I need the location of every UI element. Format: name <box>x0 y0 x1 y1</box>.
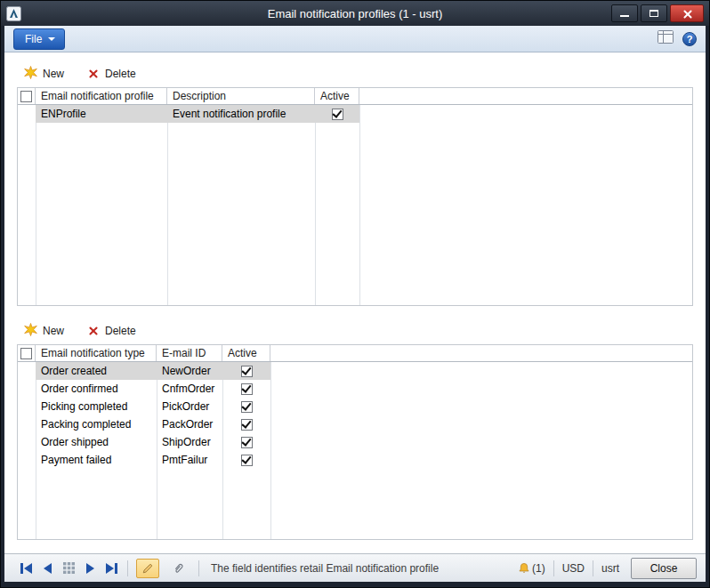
row-filler <box>270 451 692 469</box>
next-record-button[interactable] <box>85 561 96 576</box>
column-header-filler <box>270 345 692 361</box>
close-window-button[interactable] <box>670 4 704 22</box>
active-checkbox[interactable] <box>241 419 253 431</box>
type-cell[interactable]: Packing completed <box>36 415 157 433</box>
delete-icon <box>87 68 100 80</box>
user-indicator[interactable]: usrt <box>601 562 619 575</box>
select-all-checkbox[interactable] <box>20 91 32 102</box>
select-all-checkbox[interactable] <box>20 348 32 359</box>
notification-count: (1) <box>532 562 545 575</box>
column-header-email-id[interactable]: E-mail ID <box>157 345 222 361</box>
maximize-button[interactable] <box>641 4 667 22</box>
row-select-cell[interactable] <box>18 415 36 433</box>
email-id-cell[interactable]: NewOrder <box>157 362 222 380</box>
column-divider <box>359 105 360 305</box>
new-type-button[interactable]: New <box>24 323 64 339</box>
type-row[interactable]: Payment failed PmtFailur <box>18 451 692 469</box>
delete-type-label: Delete <box>105 325 136 337</box>
header-checkbox-cell <box>18 88 36 104</box>
column-divider <box>167 105 168 305</box>
email-id-cell[interactable]: PickOrder <box>157 398 222 415</box>
type-cell[interactable]: Order created <box>36 362 157 380</box>
type-active-cell[interactable] <box>222 362 270 380</box>
row-select-cell[interactable] <box>18 398 36 415</box>
type-cell[interactable]: Picking completed <box>36 398 157 415</box>
column-header-active[interactable]: Active <box>315 88 359 104</box>
email-id-cell[interactable]: PmtFailur <box>157 451 222 469</box>
email-id-cell[interactable]: ShipOrder <box>157 433 222 451</box>
divider <box>593 560 593 576</box>
type-cell[interactable]: Order shipped <box>36 433 157 451</box>
column-header-active[interactable]: Active <box>222 345 270 361</box>
maximize-icon <box>649 10 658 17</box>
close-button[interactable]: Close <box>631 558 697 579</box>
profile-row[interactable]: ENProfile Event notification profile <box>18 105 692 123</box>
window-title: Email notification profiles (1 - usrt) <box>1 7 709 20</box>
currency-indicator[interactable]: USD <box>562 562 585 575</box>
header-checkbox-cell <box>18 345 36 361</box>
profiles-grid-body: ENProfile Event notification profile <box>18 105 692 306</box>
menubar-right-icons <box>658 30 697 47</box>
type-row[interactable]: Packing completed PackOrder <box>18 415 692 433</box>
type-active-cell[interactable] <box>222 433 270 451</box>
type-cell[interactable]: Payment failed <box>36 451 157 469</box>
row-filler <box>270 380 692 398</box>
first-record-button[interactable] <box>19 561 34 576</box>
column-header-type[interactable]: Email notification type <box>36 345 157 361</box>
delete-icon <box>87 325 100 337</box>
column-header-description[interactable]: Description <box>167 88 315 104</box>
type-active-cell[interactable] <box>222 451 270 469</box>
edit-record-button[interactable] <box>136 559 159 578</box>
column-divider <box>36 105 36 305</box>
email-id-cell[interactable]: PackOrder <box>157 415 222 433</box>
help-icon[interactable] <box>682 32 697 46</box>
row-select-cell[interactable] <box>18 433 36 451</box>
new-profile-label: New <box>43 68 64 80</box>
row-select-cell[interactable] <box>18 105 36 123</box>
delete-type-button[interactable]: Delete <box>87 325 136 337</box>
type-cell[interactable]: Order confirmed <box>36 380 157 398</box>
type-row[interactable]: Order confirmed CnfmOrder <box>18 380 692 398</box>
window-layout-icon[interactable] <box>658 30 674 47</box>
title-bar[interactable]: Email notification profiles (1 - usrt) <box>1 1 709 26</box>
pencil-icon <box>141 562 154 575</box>
type-row[interactable]: Order shipped ShipOrder <box>18 433 692 451</box>
file-menu-button[interactable]: File <box>13 28 65 50</box>
active-checkbox[interactable] <box>332 109 343 120</box>
profiles-toolbar: New Delete <box>17 63 693 87</box>
statusbar-right: (1) USD usrt Close <box>518 558 697 579</box>
minimize-button[interactable] <box>611 4 638 22</box>
types-grid-header: Email notification type E-mail ID Active <box>18 345 692 362</box>
active-checkbox[interactable] <box>241 455 253 466</box>
type-row[interactable]: Picking completed PickOrder <box>18 398 692 415</box>
profile-description-cell[interactable]: Event notification profile <box>167 105 315 123</box>
new-profile-button[interactable]: New <box>24 66 64 82</box>
row-filler <box>270 415 692 433</box>
notifications-indicator[interactable]: (1) <box>518 562 545 575</box>
previous-record-button[interactable] <box>42 561 53 576</box>
profiles-grid-header: Email notification profile Description A… <box>18 88 692 105</box>
grid-view-icon[interactable] <box>61 560 77 576</box>
types-toolbar: New Delete <box>17 320 693 344</box>
row-select-cell[interactable] <box>18 380 36 398</box>
active-checkbox[interactable] <box>241 401 253 413</box>
type-active-cell[interactable] <box>222 415 270 433</box>
delete-profile-button[interactable]: Delete <box>87 68 136 80</box>
column-header-profile[interactable]: Email notification profile <box>36 88 167 104</box>
row-select-cell[interactable] <box>18 362 36 380</box>
email-id-cell[interactable]: CnfmOrder <box>157 380 222 398</box>
last-record-button[interactable] <box>104 561 119 576</box>
active-checkbox[interactable] <box>241 383 253 395</box>
type-row[interactable]: Order created NewOrder <box>18 362 692 380</box>
active-checkbox[interactable] <box>241 366 253 377</box>
attachments-button[interactable] <box>167 559 190 578</box>
profile-name-cell[interactable]: ENProfile <box>36 105 167 123</box>
active-checkbox[interactable] <box>241 437 253 448</box>
profile-active-cell[interactable] <box>315 105 359 123</box>
type-active-cell[interactable] <box>222 380 270 398</box>
type-active-cell[interactable] <box>222 398 270 415</box>
minimize-icon <box>620 15 629 17</box>
types-grid-body: Order created NewOrder Order confirmed C… <box>18 362 692 540</box>
row-select-cell[interactable] <box>18 451 36 469</box>
row-filler <box>270 433 692 451</box>
